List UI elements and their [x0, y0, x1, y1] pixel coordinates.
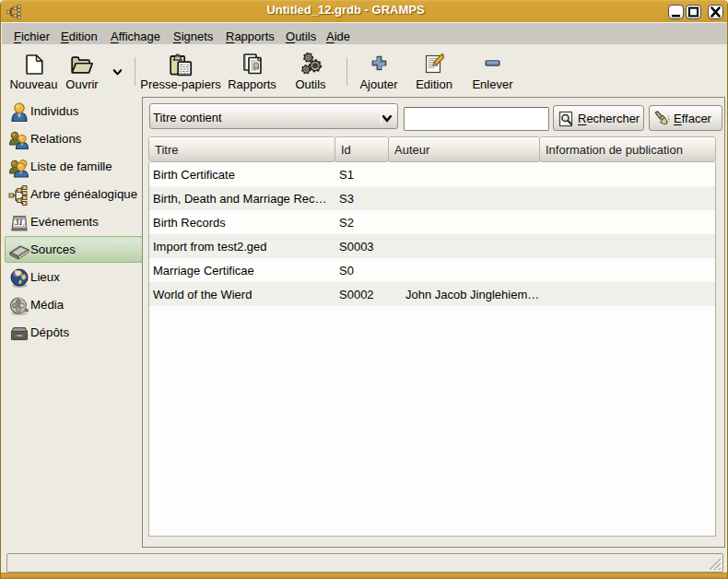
svg-text:31: 31: [14, 218, 23, 227]
